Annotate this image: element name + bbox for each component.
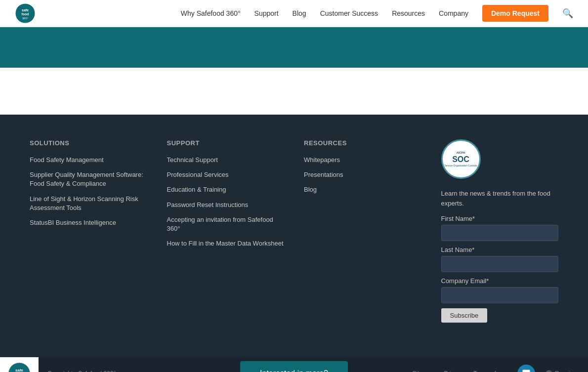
footer-support-col: Support Technical Support Professional S… [167,139,285,323]
list-item[interactable]: Food Safety Management [30,156,147,165]
last-name-label: Last Name* [441,246,559,253]
footer-bottom-bar: safe food 360° Copyright - Safefood 360°… [0,357,588,372]
nav-item-why[interactable]: Why Safefood 360° [181,9,241,18]
footer-logo-icon: safe food 360° [7,362,31,372]
demo-request-button[interactable]: Demo Request [482,5,548,22]
list-item[interactable]: StatusBI Business Intelligence [30,218,147,227]
interested-button[interactable]: Interested in more? [240,361,348,372]
svg-text:safe: safe [22,8,29,12]
nav-item-support[interactable]: Support [254,9,279,18]
logo-icon: safe food 360° [15,3,36,24]
logo[interactable]: safe food 360° [15,3,36,24]
search-icon[interactable]: 🔍 [562,8,573,19]
footer-newsletter-col: AICPA SOC Service Organization Controls … [441,139,559,323]
last-name-input[interactable] [441,256,559,272]
chat-icon[interactable] [517,365,535,372]
copyright-text: Copyright - Safefood 360° [39,370,116,372]
list-item[interactable]: Line of Sight & Horizon Scanning Risk As… [30,195,147,212]
list-item[interactable]: How to Fill in the Master Data Worksheet [167,239,285,248]
nav-item-resources[interactable]: Resources [392,9,425,18]
site-footer: Solutions Food Safety Management Supplie… [0,115,588,357]
footer-grid: Solutions Food Safety Management Supplie… [30,139,558,323]
footer-resources-col: Resources Whitepapers Presentations Blog [304,139,421,323]
email-input[interactable] [441,287,559,303]
footer-solutions-col: Solutions Food Safety Management Supplie… [30,139,147,323]
list-item[interactable]: Blog [304,185,421,194]
ravain-logo: R Rovain [545,370,573,372]
nav-item-customer-success[interactable]: Customer Success [320,9,378,18]
resources-heading: Resources [304,139,421,147]
list-item[interactable]: Password Reset Instructions [167,201,285,209]
footer-links-right: Sitemap Privacy Terms of use R Rovain [413,365,588,372]
svg-text:food: food [21,12,29,16]
nav-item-company[interactable]: Company [439,9,468,18]
ravain-icon: R [545,370,553,372]
list-item[interactable]: Whitepapers [304,156,421,165]
content-area [0,68,588,115]
subscribe-button[interactable]: Subscribe [441,308,488,323]
main-header: safe food 360° Why Safefood 360° Support… [0,0,588,27]
support-heading: Support [167,139,285,147]
teal-banner [0,27,588,68]
main-nav: Why Safefood 360° Support Blog Customer … [181,5,573,22]
soc-badge: AICPA SOC Service Organization Controls [441,139,481,179]
first-name-input[interactable] [441,225,559,241]
list-item[interactable]: Accepting an invitation from Safefood 36… [167,215,285,233]
list-item[interactable]: Education & Training [167,185,285,194]
sitemap-link[interactable]: Sitemap [413,370,434,372]
email-label: Company Email* [441,277,559,285]
svg-text:360°: 360° [22,17,29,20]
list-item[interactable]: Presentations [304,170,421,179]
chat-bubble-icon [522,369,531,372]
nav-item-blog[interactable]: Blog [293,9,306,18]
terms-link[interactable]: Terms of use [473,370,507,372]
solutions-heading: Solutions [30,139,147,147]
svg-point-8 [546,370,552,372]
list-item[interactable]: Professional Services [167,170,285,179]
list-item[interactable]: Technical Support [167,156,285,165]
footer-logo-box: safe food 360° [0,357,39,372]
first-name-label: First Name* [441,215,559,222]
footer-bottom-left: safe food 360° Copyright - Safefood 360° [0,357,116,372]
list-item[interactable]: Supplier Quality Management Software: Fo… [30,170,147,188]
privacy-link[interactable]: Privacy [444,370,463,372]
svg-text:safe: safe [15,368,24,372]
newsletter-intro: Learn the news & trends from the food ex… [441,189,559,208]
